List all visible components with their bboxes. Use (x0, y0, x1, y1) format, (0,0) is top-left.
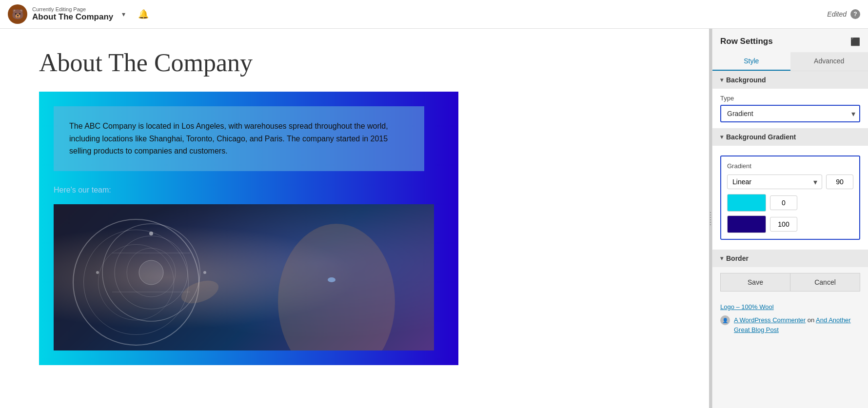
border-chevron-icon: ▾ (720, 255, 723, 262)
drag-dot (710, 214, 711, 215)
type-label: Type (720, 95, 860, 102)
action-buttons: Save Cancel (712, 267, 868, 297)
comment-text: A WordPress Commenter on And Another Gre… (734, 315, 860, 334)
drag-dot (710, 219, 711, 220)
background-section-header[interactable]: ▾ Background (712, 71, 868, 89)
header-left: 🐻 Currently Editing Page About The Compa… (8, 4, 149, 24)
border-section-header[interactable]: ▾ Border (712, 250, 868, 267)
background-section-content: Type None Classic Gradient Video Slidesh… (712, 89, 868, 128)
gradient-type-dropdown[interactable]: Linear Radial (727, 175, 822, 189)
help-icon[interactable]: ? (850, 9, 860, 19)
bottom-links: Logo – 100% Wool 👤 A WordPress Commenter… (712, 297, 868, 340)
company-description: The ABC Company is located in Los Angele… (69, 120, 409, 157)
tab-style[interactable]: Style (712, 52, 790, 71)
panel-title: Row Settings (720, 37, 773, 46)
comment-avatar: 👤 (720, 315, 730, 325)
color-stop-2-input[interactable] (770, 217, 797, 232)
bottom-link-logo[interactable]: Logo – 100% Wool (720, 303, 860, 311)
right-panel: Row Settings ⬛ Style Advanced ▾ Backgrou… (712, 29, 868, 408)
background-label: Background (726, 76, 766, 84)
collapse-icon[interactable]: ⬛ (850, 37, 860, 46)
drag-dot (710, 212, 711, 213)
text-box: The ABC Company is located in Los Angele… (54, 106, 424, 171)
drag-dot (710, 217, 711, 218)
header-titles: Currently Editing Page About The Company (32, 6, 113, 22)
svg-point-8 (203, 271, 206, 274)
cancel-button[interactable]: Cancel (790, 273, 860, 291)
gradient-degree-input[interactable] (826, 175, 853, 189)
background-chevron-icon: ▾ (720, 77, 723, 83)
bell-icon[interactable]: 🔔 (138, 9, 149, 19)
header-title: About The Company (32, 12, 113, 22)
bg-gradient-section-header[interactable]: ▾ Background Gradient (712, 128, 868, 146)
color-swatch-1[interactable] (727, 194, 766, 212)
drag-dot (710, 222, 711, 223)
color-stop-row-1 (727, 194, 853, 212)
gradient-inner-label: Gradient (727, 162, 853, 170)
content-area: About The Company The ABC Company is loc… (0, 29, 709, 408)
page-heading: About The Company (39, 48, 670, 77)
tab-advanced[interactable]: Advanced (790, 52, 868, 71)
bg-gradient-section-content: Gradient Linear Radial ▾ (712, 146, 868, 250)
svg-point-0 (278, 224, 395, 350)
svg-point-11 (328, 277, 335, 282)
color-stop-1-input[interactable] (770, 195, 797, 210)
main-layout: About The Company The ABC Company is loc… (0, 29, 868, 408)
color-swatch-2[interactable] (727, 215, 766, 233)
svg-point-4 (139, 260, 163, 285)
svg-point-9 (96, 271, 99, 274)
gradient-section: The ABC Company is located in Los Angele… (39, 92, 458, 365)
drag-dot (710, 224, 711, 225)
bg-gradient-label: Background Gradient (726, 133, 796, 141)
team-label: Here's our team: (54, 186, 444, 194)
save-button[interactable]: Save (720, 273, 790, 291)
type-dropdown-wrapper: None Classic Gradient Video Slideshow ▾ (720, 105, 860, 122)
gradient-type-row: Linear Radial ▾ (727, 175, 853, 189)
color-stop-row-2 (727, 215, 853, 233)
team-image (54, 204, 434, 350)
header-right: Edited ? (827, 9, 860, 19)
header: 🐻 Currently Editing Page About The Compa… (0, 0, 868, 29)
panel-header: Row Settings ⬛ (712, 29, 868, 52)
gradient-type-wrapper: Linear Radial ▾ (727, 175, 822, 189)
commenter-link[interactable]: A WordPress Commenter (734, 316, 806, 324)
type-dropdown[interactable]: None Classic Gradient Video Slideshow (720, 105, 860, 122)
header-subtitle: Currently Editing Page (32, 6, 113, 12)
gradient-inner-box: Gradient Linear Radial ▾ (720, 155, 860, 240)
svg-point-7 (149, 232, 153, 235)
comment-row: 👤 A WordPress Commenter on And Another G… (720, 315, 860, 334)
svg-point-10 (178, 276, 222, 308)
team-image-svg (54, 204, 434, 350)
bg-gradient-chevron-icon: ▾ (720, 134, 723, 140)
panel-tabs: Style Advanced (712, 52, 868, 71)
avatar: 🐻 (8, 4, 27, 24)
chevron-down-icon[interactable]: ▾ (122, 10, 125, 18)
edited-label: Edited (827, 10, 847, 18)
border-label: Border (726, 254, 749, 262)
